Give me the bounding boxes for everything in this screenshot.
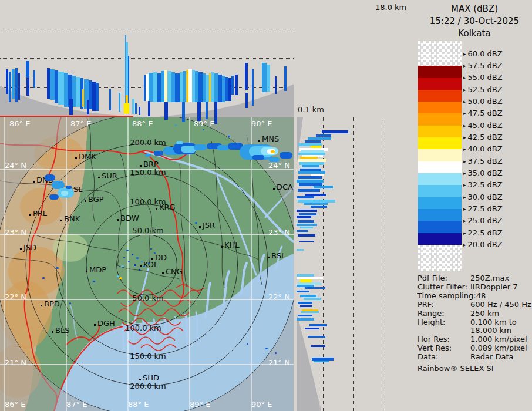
longitude-label: 89° E: [190, 400, 210, 409]
range-ring-label: 150.0 km: [130, 352, 166, 361]
colorbar-band: [418, 113, 462, 125]
tick-arrow-icon: ▸: [463, 51, 466, 57]
dbz-tick-label: ▸32.5 dBZ: [463, 180, 503, 189]
city-name: BRP: [143, 160, 159, 169]
dbz-tick-label: ▸37.5 dBZ: [463, 157, 503, 166]
height-min-label: 0.1 km: [298, 105, 324, 114]
colorbar-bands: [418, 66, 462, 245]
city-dot: [20, 248, 22, 250]
dbz-tick-label: ▸25.0 dBZ: [463, 216, 503, 225]
city-dot: [94, 324, 96, 326]
range-ring-label: 50.0 km: [132, 294, 163, 302]
longitude-label: 86° E: [9, 119, 30, 128]
tick-arrow-icon: ▸: [463, 230, 466, 236]
colorbar-band: [418, 66, 462, 78]
longitude-label: 87° E: [66, 400, 87, 409]
longitude-label: 90° E: [251, 400, 272, 409]
top-cross-section-panel: [0, 0, 294, 117]
colorbar-band: [418, 90, 462, 102]
metadata-value: IIRDoppler 7: [470, 283, 518, 292]
city-name: CNG: [166, 267, 183, 276]
range-ring-label: 100.0 km: [125, 324, 161, 332]
product-metadata: Pdf File:250Z.maxClutter Filter:IIRDoppl…: [417, 274, 532, 362]
longitude-label: 90° E: [251, 119, 272, 128]
metadata-row: 18.000 km: [417, 326, 532, 335]
city-dot: [273, 188, 275, 190]
tick-arrow-icon: ▸: [463, 182, 466, 188]
colorbar-band: [418, 78, 462, 89]
dbz-tick-label: ▸50.0 dBZ: [463, 97, 503, 106]
dbz-tick-label: ▸55.0 dBZ: [463, 73, 503, 82]
metadata-row: Time sampling:48: [417, 292, 532, 301]
metadata-row: Range:250 km: [417, 309, 532, 318]
colorbar-band: [418, 233, 462, 245]
product-datetime: 15:22 / 30-Oct-2025: [417, 16, 532, 26]
city-name: BDW: [120, 214, 139, 223]
metadata-row: Pdf File:250Z.max: [417, 274, 532, 283]
city-dot: [268, 257, 270, 258]
radar-map-panel: 86° E87° E88° E89° E90° E86° E87° E88° E…: [0, 117, 294, 411]
right-panel-blindzone-shape: [297, 117, 415, 411]
metadata-row: Hor Res:1.000 km/pixel: [417, 335, 532, 344]
metadata-label: PRF:: [417, 301, 470, 309]
colorbar-band: [418, 221, 462, 233]
latitude-label: 21° N: [268, 358, 290, 367]
tick-arrow-icon: ▸: [463, 218, 466, 224]
latitude-label: 24° N: [5, 161, 26, 170]
metadata-row: Height:0.100 km to: [417, 318, 532, 327]
tick-arrow-icon: ▸: [463, 87, 466, 93]
city-name: BGP: [88, 195, 104, 204]
product-station: Kolkata: [417, 28, 532, 39]
metadata-label: Clutter Filter:: [417, 283, 470, 292]
dbz-tick-label: ▸42.5 dBZ: [463, 133, 503, 142]
dbz-colorbar: [418, 41, 462, 271]
colorbar-band: [418, 126, 462, 137]
city-name: JSR: [203, 221, 215, 230]
city-name: MDP: [89, 265, 106, 274]
city-name: KRG: [159, 203, 176, 211]
tick-arrow-icon: ▸: [463, 75, 466, 80]
range-ring-label: 200.0 km: [130, 138, 166, 147]
city-dot: [139, 379, 141, 380]
city-dot: [41, 305, 42, 306]
dbz-tick-label: ▸57.5 dBZ: [463, 61, 503, 70]
longitude-label: 88° E: [128, 400, 149, 409]
dbz-tick-label: ▸45.0 dBZ: [463, 121, 503, 130]
city-name: BLS: [55, 326, 69, 335]
metadata-label: Height:: [417, 318, 470, 327]
city-dot: [29, 214, 31, 216]
dbz-tick-label: ▸27.5 dBZ: [463, 204, 503, 213]
city-dot: [199, 226, 201, 228]
metadata-value: 0.100 km to: [470, 318, 517, 327]
metadata-value: 250Z.max: [470, 274, 509, 283]
city-dot: [86, 271, 87, 272]
tick-arrow-icon: ▸: [463, 206, 466, 212]
city-name: DMK: [79, 152, 96, 161]
software-credit: Rainbow® SELEX-SI: [417, 364, 494, 373]
metadata-value: 1.000 km/pixel: [470, 335, 527, 344]
city-dot: [140, 165, 142, 167]
city-name: DGH: [97, 319, 115, 328]
colorbar-band: [418, 161, 462, 173]
metadata-row: PRF:600 Hz / 450 Hz: [417, 301, 532, 309]
legend-panel: MAX (dBZ) 15:22 / 30-Oct-2025 Kolkata Pd…: [417, 0, 532, 411]
dbz-tick-label: ▸60.0 dBZ: [463, 49, 503, 58]
city-name: BPD: [44, 299, 60, 308]
tick-arrow-icon: ▸: [463, 63, 466, 69]
metadata-row: Vert Res:0.089 km/pixel: [417, 344, 532, 353]
city-name: MNS: [262, 134, 279, 143]
city-dot: [60, 220, 62, 221]
tick-arrow-icon: ▸: [463, 110, 466, 116]
metadata-label: Time sampling:: [417, 292, 476, 301]
height-max-label: 18.0 km: [375, 3, 406, 12]
city-name: PRL: [33, 209, 47, 218]
longitude-label: 86° E: [5, 400, 25, 409]
metadata-value: 48: [476, 292, 486, 301]
city-name: BNK: [64, 214, 80, 223]
range-ring-label: 50.0 km: [132, 226, 163, 235]
city-name: JSD: [23, 243, 36, 252]
city-dot: [98, 177, 100, 178]
tick-arrow-icon: ▸: [463, 159, 466, 164]
longitude-label: 89° E: [194, 119, 214, 128]
city-name: SUR: [102, 171, 117, 180]
